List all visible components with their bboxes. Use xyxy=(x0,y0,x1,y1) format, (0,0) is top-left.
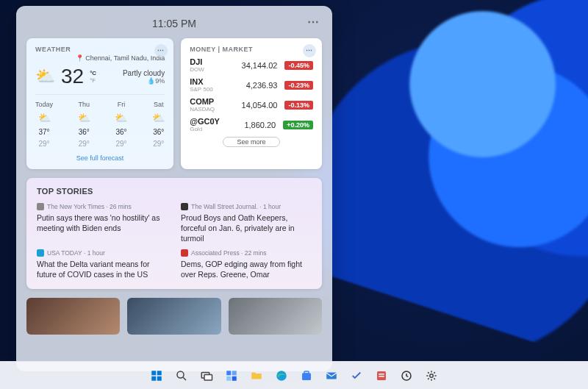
market-list: DJIDOW34,144.02-0.45%INXS&P 5004,236.93-… xyxy=(190,57,313,132)
svg-rect-2 xyxy=(151,376,156,380)
task-view-icon[interactable] xyxy=(196,365,217,386)
forecast-day[interactable]: Sat⛅36°29° xyxy=(152,99,165,150)
forecast-day[interactable]: Thu⛅36°29° xyxy=(78,99,90,150)
clock-text: 11:05 PM xyxy=(152,18,196,29)
svg-rect-10 xyxy=(226,376,231,380)
news-icon[interactable] xyxy=(371,365,392,386)
svg-rect-11 xyxy=(232,376,237,380)
todo-icon[interactable] xyxy=(346,365,367,386)
svg-rect-9 xyxy=(232,371,237,375)
svg-rect-1 xyxy=(157,371,162,375)
unit-toggle[interactable]: °C °F xyxy=(90,70,96,84)
weather-forecast: Today⛅37°29°Thu⛅36°29°Fri⛅36°29°Sat⛅36°2… xyxy=(35,94,165,150)
start-button[interactable] xyxy=(146,365,167,386)
market-row[interactable]: DJIDOW34,144.02-0.45% xyxy=(190,57,313,73)
news-thumb[interactable] xyxy=(127,298,220,335)
story-item[interactable]: USA TODAY · 1 hourWhat the Delta variant… xyxy=(37,249,168,279)
weather-card[interactable]: ⋯ WEATHER 📍 Chennai, Tamil Nadu, India ⛅… xyxy=(26,38,173,169)
weather-location: 📍 Chennai, Tamil Nadu, India xyxy=(35,54,165,62)
svg-line-5 xyxy=(183,377,186,380)
file-explorer-icon[interactable] xyxy=(246,365,267,386)
stories-grid: The New York Times · 26 minsPutin says t… xyxy=(37,203,312,280)
money-more-icon[interactable]: ⋯ xyxy=(303,44,316,57)
clock-icon[interactable] xyxy=(396,365,417,386)
widgets-header: 11:05 PM ⋯ xyxy=(26,13,322,34)
pin-icon: 📍 xyxy=(76,54,84,62)
svg-rect-7 xyxy=(204,374,212,380)
weather-temp: 32 xyxy=(61,65,84,88)
story-item[interactable]: The New York Times · 26 minsPutin says t… xyxy=(37,203,168,244)
section-label: MONEY | MARKET xyxy=(190,46,313,53)
settings-icon[interactable] xyxy=(421,365,442,386)
svg-rect-0 xyxy=(151,371,156,375)
svg-point-4 xyxy=(177,371,184,378)
svg-rect-8 xyxy=(226,371,231,375)
section-label: TOP STORIES xyxy=(37,187,312,196)
mail-icon[interactable] xyxy=(321,365,342,386)
story-item[interactable]: The Wall Street Journal. · 1 hourProud B… xyxy=(181,203,312,244)
news-thumb[interactable] xyxy=(26,298,120,335)
market-row[interactable]: INXS&P 5004,236.93-0.23% xyxy=(190,77,313,93)
svg-rect-15 xyxy=(326,372,337,379)
section-label: WEATHER xyxy=(35,46,165,53)
weather-more-icon[interactable]: ⋯ xyxy=(154,44,168,57)
money-card[interactable]: ⋯ MONEY | MARKET DJIDOW34,144.02-0.45%IN… xyxy=(181,38,322,169)
market-row[interactable]: @GC0YGold1,860.20+0.20% xyxy=(190,117,313,132)
see-more-button[interactable]: See more xyxy=(223,137,280,147)
widgets-panel: 11:05 PM ⋯ ⋯ WEATHER 📍 Chennai, Tamil Na… xyxy=(16,6,332,371)
forecast-day[interactable]: Fri⛅36°29° xyxy=(115,99,127,150)
market-row[interactable]: COMPNASDAQ14,054.00-0.13% xyxy=(190,97,313,113)
more-icon[interactable]: ⋯ xyxy=(304,13,322,29)
weather-humidity: 💧9% xyxy=(123,77,165,85)
taskbar xyxy=(0,361,588,389)
see-full-forecast-link[interactable]: See full forecast xyxy=(35,154,165,162)
news-thumb[interactable] xyxy=(229,298,322,335)
search-icon[interactable] xyxy=(171,365,192,386)
svg-rect-14 xyxy=(304,371,309,374)
story-item[interactable]: Associated Press · 22 minsDems, GOP edgi… xyxy=(181,249,312,279)
svg-rect-17 xyxy=(379,374,384,375)
svg-point-20 xyxy=(430,374,434,377)
edge-icon[interactable] xyxy=(271,365,292,386)
weather-condition: Partly cloudy xyxy=(123,69,165,77)
svg-rect-3 xyxy=(157,376,162,380)
weather-icon: ⛅ xyxy=(35,67,55,86)
widgets-icon[interactable] xyxy=(221,365,242,386)
forecast-day[interactable]: Today⛅37°29° xyxy=(35,99,53,150)
svg-rect-18 xyxy=(379,376,384,377)
top-stories-card: TOP STORIES The New York Times · 26 mins… xyxy=(26,178,322,289)
store-icon[interactable] xyxy=(296,365,317,386)
news-image-row xyxy=(26,298,322,335)
